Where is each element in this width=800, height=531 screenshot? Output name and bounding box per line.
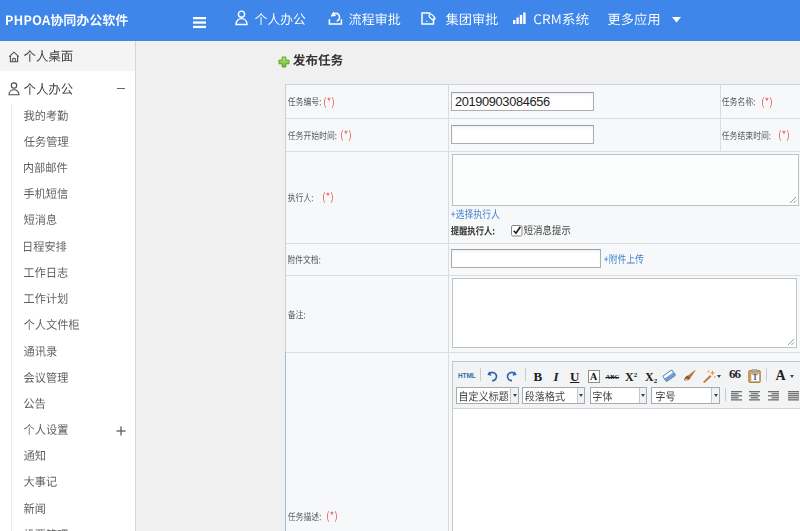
svg-text:T: T <box>753 373 758 382</box>
